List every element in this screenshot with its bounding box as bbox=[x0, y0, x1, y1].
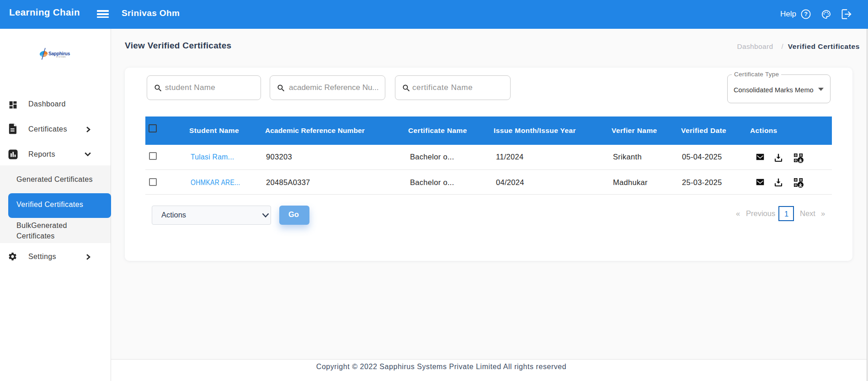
svg-text:SYSTEMS: SYSTEMS bbox=[56, 56, 66, 58]
svg-text:?: ? bbox=[804, 11, 808, 17]
svg-text:Sapphirus: Sapphirus bbox=[48, 51, 70, 56]
